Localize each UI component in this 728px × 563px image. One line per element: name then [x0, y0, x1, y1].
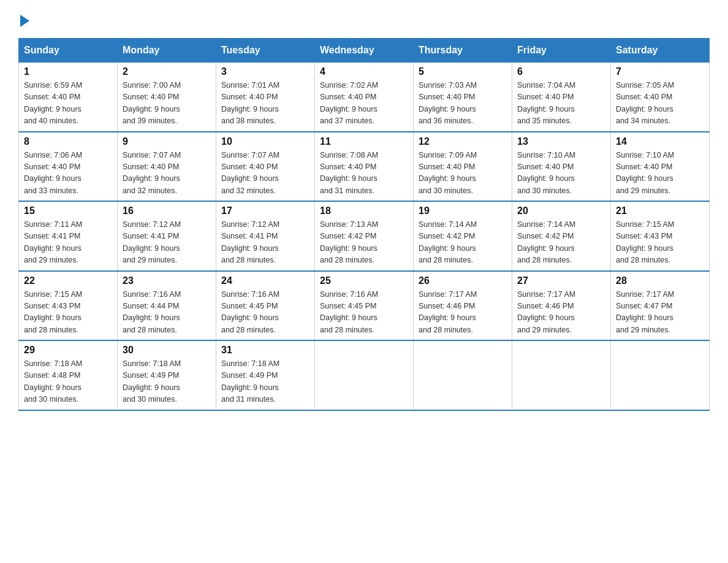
- day-number: 5: [419, 66, 507, 77]
- day-number: 25: [320, 275, 408, 286]
- day-info: Sunrise: 7:02 AMSunset: 4:40 PMDaylight:…: [320, 81, 378, 125]
- calendar-cell: 7 Sunrise: 7:05 AMSunset: 4:40 PMDayligh…: [611, 63, 710, 132]
- calendar-cell: 30 Sunrise: 7:18 AMSunset: 4:49 PMDaylig…: [118, 340, 216, 410]
- day-number: 23: [123, 275, 211, 286]
- day-number: 16: [123, 205, 211, 216]
- day-info: Sunrise: 7:18 AMSunset: 4:48 PMDaylight:…: [24, 359, 82, 404]
- calendar-cell: 10 Sunrise: 7:07 AMSunset: 4:40 PMDaylig…: [216, 132, 315, 202]
- day-number: 13: [517, 136, 605, 147]
- day-number: 18: [320, 205, 408, 216]
- calendar-cell: 4 Sunrise: 7:02 AMSunset: 4:40 PMDayligh…: [315, 63, 414, 132]
- calendar-cell: 21 Sunrise: 7:15 AMSunset: 4:43 PMDaylig…: [611, 201, 710, 271]
- day-info: Sunrise: 7:10 AMSunset: 4:40 PMDaylight:…: [616, 151, 674, 195]
- weekday-header-tuesday: Tuesday: [216, 39, 315, 63]
- calendar-cell: 19 Sunrise: 7:14 AMSunset: 4:42 PMDaylig…: [414, 201, 512, 271]
- logo: [18, 12, 29, 27]
- day-info: Sunrise: 7:12 AMSunset: 4:41 PMDaylight:…: [221, 220, 279, 264]
- day-info: Sunrise: 7:10 AMSunset: 4:40 PMDaylight:…: [517, 151, 575, 195]
- day-info: Sunrise: 7:15 AMSunset: 4:43 PMDaylight:…: [24, 290, 82, 334]
- calendar-cell: 27 Sunrise: 7:17 AMSunset: 4:46 PMDaylig…: [512, 271, 611, 341]
- calendar-cell: 6 Sunrise: 7:04 AMSunset: 4:40 PMDayligh…: [512, 63, 611, 132]
- calendar-cell: 16 Sunrise: 7:12 AMSunset: 4:41 PMDaylig…: [118, 201, 216, 271]
- calendar-cell: [414, 340, 512, 410]
- weekday-header-thursday: Thursday: [414, 39, 512, 63]
- calendar-cell: 28 Sunrise: 7:17 AMSunset: 4:47 PMDaylig…: [611, 271, 710, 341]
- logo-chevron-icon: [20, 15, 29, 27]
- calendar-cell: 23 Sunrise: 7:16 AMSunset: 4:44 PMDaylig…: [118, 271, 216, 341]
- day-info: Sunrise: 7:17 AMSunset: 4:47 PMDaylight:…: [616, 290, 674, 334]
- day-info: Sunrise: 7:06 AMSunset: 4:40 PMDaylight:…: [24, 151, 82, 195]
- day-info: Sunrise: 7:07 AMSunset: 4:40 PMDaylight:…: [123, 151, 181, 195]
- calendar-cell: 3 Sunrise: 7:01 AMSunset: 4:40 PMDayligh…: [216, 63, 315, 132]
- calendar-cell: 11 Sunrise: 7:08 AMSunset: 4:40 PMDaylig…: [315, 132, 414, 202]
- weekday-header-friday: Friday: [512, 39, 611, 63]
- calendar-cell: 31 Sunrise: 7:18 AMSunset: 4:49 PMDaylig…: [216, 340, 315, 410]
- day-info: Sunrise: 7:11 AMSunset: 4:41 PMDaylight:…: [24, 220, 82, 264]
- calendar-week-row: 8 Sunrise: 7:06 AMSunset: 4:40 PMDayligh…: [19, 132, 710, 202]
- calendar-table: SundayMondayTuesdayWednesdayThursdayFrid…: [18, 38, 710, 411]
- day-info: Sunrise: 7:05 AMSunset: 4:40 PMDaylight:…: [616, 81, 674, 125]
- day-info: Sunrise: 7:01 AMSunset: 4:40 PMDaylight:…: [221, 81, 279, 125]
- weekday-header-saturday: Saturday: [611, 39, 710, 63]
- calendar-cell: 29 Sunrise: 7:18 AMSunset: 4:48 PMDaylig…: [19, 340, 118, 410]
- day-number: 27: [517, 275, 605, 286]
- day-number: 14: [616, 136, 704, 147]
- calendar-cell: 26 Sunrise: 7:17 AMSunset: 4:46 PMDaylig…: [414, 271, 512, 341]
- day-info: Sunrise: 7:03 AMSunset: 4:40 PMDaylight:…: [419, 81, 477, 125]
- calendar-cell: 24 Sunrise: 7:16 AMSunset: 4:45 PMDaylig…: [216, 271, 315, 341]
- calendar-cell: 5 Sunrise: 7:03 AMSunset: 4:40 PMDayligh…: [414, 63, 512, 132]
- day-info: Sunrise: 7:08 AMSunset: 4:40 PMDaylight:…: [320, 151, 378, 195]
- calendar-cell: 17 Sunrise: 7:12 AMSunset: 4:41 PMDaylig…: [216, 201, 315, 271]
- day-number: 15: [24, 205, 112, 216]
- day-info: Sunrise: 6:59 AMSunset: 4:40 PMDaylight:…: [24, 81, 82, 125]
- day-number: 7: [616, 66, 704, 77]
- calendar-cell: 20 Sunrise: 7:14 AMSunset: 4:42 PMDaylig…: [512, 201, 611, 271]
- calendar-cell: 18 Sunrise: 7:13 AMSunset: 4:42 PMDaylig…: [315, 201, 414, 271]
- calendar-week-row: 22 Sunrise: 7:15 AMSunset: 4:43 PMDaylig…: [19, 271, 710, 341]
- day-number: 1: [24, 66, 112, 77]
- day-info: Sunrise: 7:12 AMSunset: 4:41 PMDaylight:…: [123, 220, 181, 264]
- day-info: Sunrise: 7:16 AMSunset: 4:45 PMDaylight:…: [320, 290, 378, 334]
- day-info: Sunrise: 7:14 AMSunset: 4:42 PMDaylight:…: [419, 220, 477, 264]
- day-info: Sunrise: 7:17 AMSunset: 4:46 PMDaylight:…: [517, 290, 575, 334]
- day-number: 8: [24, 136, 112, 147]
- day-number: 26: [419, 275, 507, 286]
- day-info: Sunrise: 7:09 AMSunset: 4:40 PMDaylight:…: [419, 151, 477, 195]
- day-number: 21: [616, 205, 704, 216]
- day-number: 6: [517, 66, 605, 77]
- calendar-cell: 9 Sunrise: 7:07 AMSunset: 4:40 PMDayligh…: [118, 132, 216, 202]
- day-number: 31: [221, 345, 309, 356]
- day-info: Sunrise: 7:04 AMSunset: 4:40 PMDaylight:…: [517, 81, 575, 125]
- day-number: 11: [320, 136, 408, 147]
- calendar-cell: 1 Sunrise: 6:59 AMSunset: 4:40 PMDayligh…: [19, 63, 118, 132]
- day-number: 9: [123, 136, 211, 147]
- calendar-cell: 15 Sunrise: 7:11 AMSunset: 4:41 PMDaylig…: [19, 201, 118, 271]
- day-info: Sunrise: 7:13 AMSunset: 4:42 PMDaylight:…: [320, 220, 378, 264]
- calendar-cell: 22 Sunrise: 7:15 AMSunset: 4:43 PMDaylig…: [19, 271, 118, 341]
- page-header: [18, 12, 710, 27]
- day-number: 2: [123, 66, 211, 77]
- day-info: Sunrise: 7:18 AMSunset: 4:49 PMDaylight:…: [221, 359, 279, 404]
- calendar-cell: 12 Sunrise: 7:09 AMSunset: 4:40 PMDaylig…: [414, 132, 512, 202]
- day-info: Sunrise: 7:07 AMSunset: 4:40 PMDaylight:…: [221, 151, 279, 195]
- calendar-cell: [611, 340, 710, 410]
- weekday-header-wednesday: Wednesday: [315, 39, 414, 63]
- day-number: 19: [419, 205, 507, 216]
- day-number: 4: [320, 66, 408, 77]
- day-number: 3: [221, 66, 309, 77]
- day-info: Sunrise: 7:15 AMSunset: 4:43 PMDaylight:…: [616, 220, 674, 264]
- weekday-header-row: SundayMondayTuesdayWednesdayThursdayFrid…: [19, 39, 710, 63]
- calendar-cell: 8 Sunrise: 7:06 AMSunset: 4:40 PMDayligh…: [19, 132, 118, 202]
- day-number: 17: [221, 205, 309, 216]
- day-number: 24: [221, 275, 309, 286]
- day-info: Sunrise: 7:16 AMSunset: 4:45 PMDaylight:…: [221, 290, 279, 334]
- day-info: Sunrise: 7:18 AMSunset: 4:49 PMDaylight:…: [123, 359, 181, 404]
- calendar-week-row: 29 Sunrise: 7:18 AMSunset: 4:48 PMDaylig…: [19, 340, 710, 410]
- calendar-week-row: 15 Sunrise: 7:11 AMSunset: 4:41 PMDaylig…: [19, 201, 710, 271]
- day-number: 22: [24, 275, 112, 286]
- weekday-header-sunday: Sunday: [19, 39, 118, 63]
- calendar-cell: [512, 340, 611, 410]
- calendar-cell: 14 Sunrise: 7:10 AMSunset: 4:40 PMDaylig…: [611, 132, 710, 202]
- day-info: Sunrise: 7:14 AMSunset: 4:42 PMDaylight:…: [517, 220, 575, 264]
- day-number: 20: [517, 205, 605, 216]
